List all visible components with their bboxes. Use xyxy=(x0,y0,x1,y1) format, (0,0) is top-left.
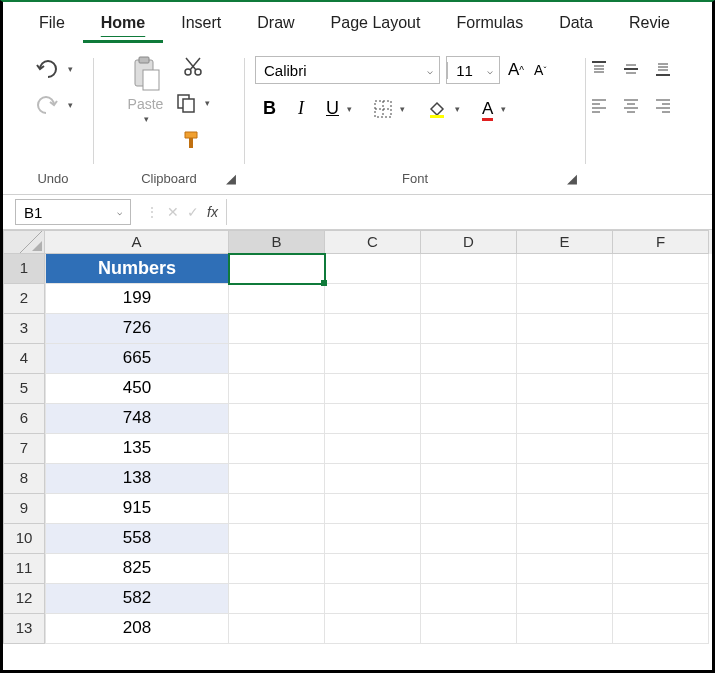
cell[interactable] xyxy=(325,254,421,284)
tab-draw[interactable]: Draw xyxy=(239,4,312,43)
tab-insert[interactable]: Insert xyxy=(163,4,239,43)
bold-button[interactable]: B xyxy=(261,96,278,121)
cell[interactable] xyxy=(229,314,325,344)
cell[interactable]: 208 xyxy=(45,614,229,644)
cell[interactable]: 726 xyxy=(45,314,229,344)
fill-color-button[interactable]: ▾ xyxy=(425,97,462,121)
col-header-e[interactable]: E xyxy=(517,230,613,254)
tab-formulas[interactable]: Formulas xyxy=(438,4,541,43)
cell[interactable] xyxy=(613,584,709,614)
cell[interactable] xyxy=(517,554,613,584)
undo-button[interactable]: ▾ xyxy=(32,56,75,82)
tab-home[interactable]: Home xyxy=(83,4,163,43)
align-top-button[interactable] xyxy=(588,58,610,80)
font-size-combo[interactable]: 11 ⌵ xyxy=(446,56,500,84)
cell[interactable] xyxy=(325,494,421,524)
row-header[interactable]: 8 xyxy=(3,464,45,494)
row-header[interactable]: 6 xyxy=(3,404,45,434)
cell[interactable]: 138 xyxy=(45,464,229,494)
align-right-button[interactable] xyxy=(652,94,674,116)
align-center-button[interactable] xyxy=(620,94,642,116)
cell[interactable] xyxy=(325,434,421,464)
cell[interactable] xyxy=(229,404,325,434)
cell[interactable] xyxy=(229,344,325,374)
redo-button[interactable]: ▾ xyxy=(32,92,75,118)
cell[interactable] xyxy=(517,404,613,434)
cell[interactable]: 915 xyxy=(45,494,229,524)
align-left-button[interactable] xyxy=(588,94,610,116)
cell[interactable] xyxy=(613,284,709,314)
col-header-c[interactable]: C xyxy=(325,230,421,254)
cell[interactable] xyxy=(613,434,709,464)
cell[interactable] xyxy=(325,314,421,344)
cell[interactable] xyxy=(325,464,421,494)
cell[interactable] xyxy=(421,494,517,524)
cell[interactable] xyxy=(325,524,421,554)
cell[interactable] xyxy=(517,464,613,494)
row-header[interactable]: 2 xyxy=(3,284,45,314)
font-launcher[interactable]: ◢ xyxy=(565,171,579,186)
row-header[interactable]: 10 xyxy=(3,524,45,554)
name-box[interactable]: B1 ⌵ xyxy=(15,199,131,225)
cell[interactable] xyxy=(325,344,421,374)
increase-font-button[interactable]: A^ xyxy=(506,58,526,82)
row-header[interactable]: 3 xyxy=(3,314,45,344)
align-middle-button[interactable] xyxy=(620,58,642,80)
cell[interactable] xyxy=(229,614,325,644)
paste-button[interactable]: Paste ▾ xyxy=(126,54,166,126)
chevron-down-icon[interactable]: ⌵ xyxy=(481,65,499,76)
col-header-f[interactable]: F xyxy=(613,230,709,254)
cancel-formula-button[interactable]: ✕ xyxy=(167,204,179,220)
cell[interactable] xyxy=(421,344,517,374)
col-header-d[interactable]: D xyxy=(421,230,517,254)
border-button[interactable]: ▾ xyxy=(372,98,407,120)
cell[interactable] xyxy=(517,344,613,374)
cell[interactable] xyxy=(421,554,517,584)
row-header[interactable]: 5 xyxy=(3,374,45,404)
cell[interactable] xyxy=(325,284,421,314)
cell[interactable] xyxy=(517,254,613,284)
align-bottom-button[interactable] xyxy=(652,58,674,80)
cell[interactable] xyxy=(421,404,517,434)
cell[interactable] xyxy=(421,314,517,344)
font-name-combo[interactable]: Calibri ⌵ xyxy=(255,56,440,84)
cell[interactable] xyxy=(229,494,325,524)
cell[interactable] xyxy=(517,494,613,524)
cell[interactable] xyxy=(517,524,613,554)
cell[interactable] xyxy=(517,434,613,464)
cut-button[interactable] xyxy=(180,54,206,80)
underline-button[interactable]: U▾ xyxy=(324,96,354,121)
cell[interactable] xyxy=(229,284,325,314)
cell[interactable] xyxy=(613,524,709,554)
chevron-down-icon[interactable]: ⌵ xyxy=(421,65,439,76)
chevron-down-icon[interactable]: ⌵ xyxy=(117,207,122,217)
fx-button[interactable]: fx xyxy=(207,204,218,220)
cell[interactable]: 665 xyxy=(45,344,229,374)
cell-b1[interactable] xyxy=(229,254,325,284)
cell[interactable] xyxy=(613,254,709,284)
row-header[interactable]: 7 xyxy=(3,434,45,464)
row-header[interactable]: 9 xyxy=(3,494,45,524)
cell[interactable] xyxy=(613,464,709,494)
cell[interactable] xyxy=(229,374,325,404)
formula-bar[interactable] xyxy=(226,199,712,225)
cell[interactable] xyxy=(613,494,709,524)
cell[interactable] xyxy=(613,404,709,434)
cell[interactable] xyxy=(421,584,517,614)
cell[interactable] xyxy=(325,374,421,404)
cell[interactable] xyxy=(421,374,517,404)
cell[interactable] xyxy=(325,404,421,434)
cell[interactable] xyxy=(613,314,709,344)
cell[interactable] xyxy=(229,464,325,494)
cell[interactable] xyxy=(325,584,421,614)
row-header[interactable]: 12 xyxy=(3,584,45,614)
cell[interactable] xyxy=(613,374,709,404)
col-header-b[interactable]: B xyxy=(229,230,325,254)
cell[interactable] xyxy=(421,524,517,554)
cell[interactable]: 825 xyxy=(45,554,229,584)
cell[interactable] xyxy=(325,614,421,644)
italic-button[interactable]: I xyxy=(296,96,306,121)
cell[interactable]: 199 xyxy=(45,284,229,314)
cell[interactable] xyxy=(517,614,613,644)
cell-a1[interactable]: Numbers xyxy=(45,254,229,284)
